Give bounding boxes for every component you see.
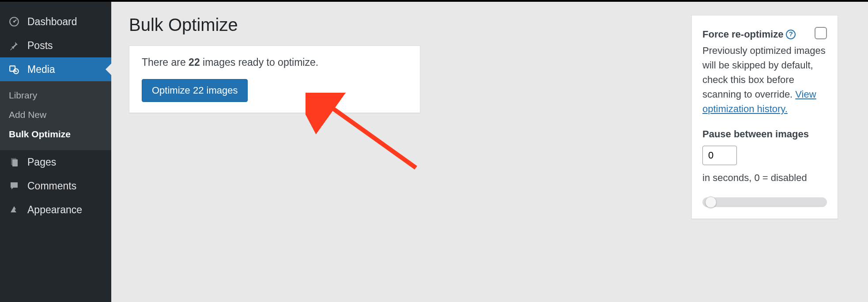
sidebar-item-comments[interactable]: Comments (0, 174, 111, 198)
nav-label: Pages (27, 156, 56, 168)
slider-thumb[interactable] (705, 196, 717, 208)
comments-icon (8, 180, 20, 192)
pause-input[interactable] (702, 146, 737, 165)
media-submenu: Library Add New Bulk Optimize (0, 81, 111, 150)
sidebar-item-dashboard[interactable]: Dashboard (0, 10, 111, 34)
submenu-bulk-optimize[interactable]: Bulk Optimize (0, 125, 111, 144)
optimize-panel: There are 22 images ready to optimize. O… (129, 45, 420, 113)
main-content: Bulk Optimize There are 22 images ready … (111, 2, 868, 302)
sidebar-item-media[interactable]: Media (0, 57, 111, 81)
sidebar-item-pages[interactable]: Pages (0, 150, 111, 174)
submenu-library[interactable]: Library (0, 86, 111, 105)
dashboard-icon (8, 15, 20, 28)
help-icon[interactable]: ? (786, 30, 796, 39)
svg-point-4 (15, 71, 17, 72)
force-reoptimize-label: Force re-optimize ? (702, 27, 796, 42)
nav-label: Comments (27, 180, 76, 192)
media-icon (8, 63, 20, 76)
svg-point-1 (13, 21, 15, 23)
options-panel: Force re-optimize ? Previously optimized… (691, 15, 838, 219)
page-title: Bulk Optimize (129, 15, 420, 35)
nav-label: Dashboard (27, 16, 77, 28)
nav-label: Media (27, 64, 55, 76)
force-reoptimize-checkbox[interactable] (815, 27, 827, 39)
pause-label: Pause between images (702, 127, 827, 141)
submenu-add-new[interactable]: Add New (0, 105, 111, 125)
appearance-icon (8, 204, 20, 216)
image-count: 22 (189, 57, 200, 68)
pages-icon (8, 156, 20, 168)
pin-icon (8, 39, 20, 52)
nav-label: Appearance (27, 204, 82, 216)
pause-unit: in seconds, 0 = disabled (702, 170, 807, 185)
admin-sidebar: Dashboard Posts Media Library Add New Bu… (0, 2, 111, 302)
svg-rect-6 (12, 159, 18, 166)
sidebar-item-posts[interactable]: Posts (0, 34, 111, 57)
status-text: There are 22 images ready to optimize. (142, 57, 408, 68)
nav-label: Posts (27, 40, 53, 52)
optimize-button[interactable]: Optimize 22 images (142, 79, 248, 102)
force-reoptimize-desc: Previously optimized images will be skip… (702, 43, 827, 116)
sidebar-item-appearance[interactable]: Appearance (0, 198, 111, 222)
pause-slider[interactable] (702, 197, 827, 207)
